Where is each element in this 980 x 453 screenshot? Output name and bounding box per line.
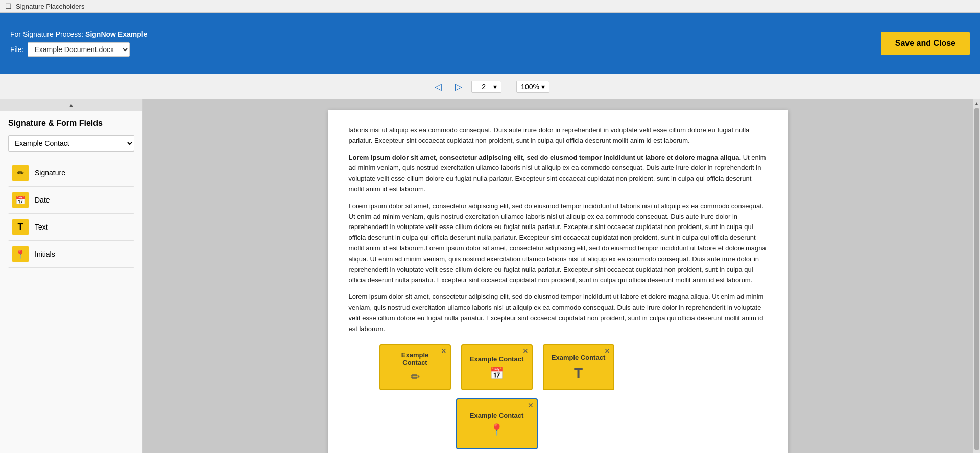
toolbar: ◁ ▷ ▾ 100% ▾ xyxy=(0,74,980,99)
window-icon: ☐ xyxy=(5,2,12,10)
for-label: For Signature Process: xyxy=(10,30,83,38)
signature-icon: ✏ xyxy=(12,165,29,181)
signature-placeholder-close[interactable]: ✕ xyxy=(441,347,447,355)
window-titlebar: ☐ Signature Placeholders xyxy=(0,0,980,13)
scrollbar-up-arrow[interactable]: ▲ xyxy=(974,100,979,106)
signature-placeholder[interactable]: ✕ ExampleContact ✏ xyxy=(379,344,451,390)
main-layout: ▲ Signature & Form Fields Example Contac… xyxy=(0,99,980,453)
sidebar-title: Signature & Form Fields xyxy=(8,119,134,128)
page-number-input[interactable] xyxy=(476,83,491,91)
initials-placeholder-icon: 📍 xyxy=(490,423,504,437)
initials-placeholder-close[interactable]: ✕ xyxy=(528,401,534,409)
page-input-wrap: ▾ xyxy=(471,81,501,93)
window-title: Signature Placeholders xyxy=(16,3,84,10)
text-placeholder-label: Example Contact xyxy=(552,354,605,361)
doc-para-1: laboris nisi ut aliquip ex ea commodo co… xyxy=(349,125,768,146)
initials-placeholder-label: Example Contact xyxy=(470,412,523,419)
content-area: laboris nisi ut aliquip ex ea commodo co… xyxy=(143,99,980,453)
field-label-date: Date xyxy=(35,196,50,204)
process-name: SignNow Example xyxy=(85,30,147,38)
top-bar-left: For Signature Process: SignNow Example F… xyxy=(10,30,147,57)
top-bar: For Signature Process: SignNow Example F… xyxy=(0,13,980,74)
sig-placeholder-label: ExampleContact xyxy=(401,351,428,366)
initials-placeholder[interactable]: ✕ Example Contact 📍 xyxy=(456,398,538,449)
document-scroll[interactable]: laboris nisi ut aliquip ex ea commodo co… xyxy=(143,99,973,453)
placeholders-area: ✕ ExampleContact ✏ ✕ Example Contact 📅 xyxy=(349,344,768,449)
sidebar-scroll-top[interactable]: ▲ xyxy=(0,99,142,111)
date-placeholder-icon: 📅 xyxy=(490,367,504,380)
toolbar-divider xyxy=(509,81,509,93)
zoom-dropdown-icon[interactable]: ▾ xyxy=(541,83,545,91)
doc-para-2-bold: Lorem ipsum dolor sit amet, consectetur … xyxy=(349,154,742,161)
sidebar-inner: Signature & Form Fields Example Contact … xyxy=(0,111,142,453)
zoom-value: 100% xyxy=(521,83,539,91)
sig-placeholder-icon: ✏ xyxy=(411,370,420,384)
file-select[interactable]: Example Document.docx xyxy=(28,42,130,57)
doc-para-2: Lorem ipsum dolor sit amet, consectetur … xyxy=(349,153,768,195)
field-label-initials: Initials xyxy=(35,250,55,258)
file-label: File: xyxy=(10,45,23,54)
placeholders-row-2: ✕ Example Contact 📍 xyxy=(349,398,768,449)
field-item-initials[interactable]: 📍 Initials xyxy=(8,241,134,268)
document-page: laboris nisi ut aliquip ex ea commodo co… xyxy=(328,110,788,453)
next-page-button[interactable]: ▷ xyxy=(451,79,466,94)
initials-icon: 📍 xyxy=(12,246,29,262)
field-item-date[interactable]: 📅 Date xyxy=(8,187,134,214)
scrollbar-thumb-v[interactable] xyxy=(974,108,979,450)
date-placeholder[interactable]: ✕ Example Contact 📅 xyxy=(461,344,533,390)
text-placeholder[interactable]: ✕ Example Contact T xyxy=(543,344,614,390)
text-placeholder-icon: T xyxy=(574,365,583,382)
contact-select[interactable]: Example Contact xyxy=(8,135,134,152)
date-placeholder-close[interactable]: ✕ xyxy=(522,347,529,355)
date-icon: 📅 xyxy=(12,192,29,208)
process-title: For Signature Process: SignNow Example xyxy=(10,30,147,38)
doc-para-4: Lorem ipsum dolor sit amet, consectetur … xyxy=(349,292,768,334)
file-row: File: Example Document.docx xyxy=(10,42,147,57)
field-label-text: Text xyxy=(35,223,48,231)
page-dropdown-icon[interactable]: ▾ xyxy=(493,83,497,91)
save-close-button[interactable]: Save and Close xyxy=(881,32,970,55)
sidebar: ▲ Signature & Form Fields Example Contac… xyxy=(0,99,143,453)
prev-page-button[interactable]: ◁ xyxy=(431,79,446,94)
doc-para-3: Lorem ipsum dolor sit amet, consectetur … xyxy=(349,201,768,286)
date-placeholder-label: Example Contact xyxy=(470,355,523,363)
field-item-signature[interactable]: ✏ Signature xyxy=(8,160,134,187)
placeholders-row-1: ✕ ExampleContact ✏ ✕ Example Contact 📅 xyxy=(349,344,768,390)
zoom-wrap: 100% ▾ xyxy=(516,81,549,93)
text-placeholder-close[interactable]: ✕ xyxy=(604,347,610,355)
field-label-signature: Signature xyxy=(35,169,65,177)
field-item-text[interactable]: T Text xyxy=(8,214,134,241)
text-icon: T xyxy=(12,219,29,235)
